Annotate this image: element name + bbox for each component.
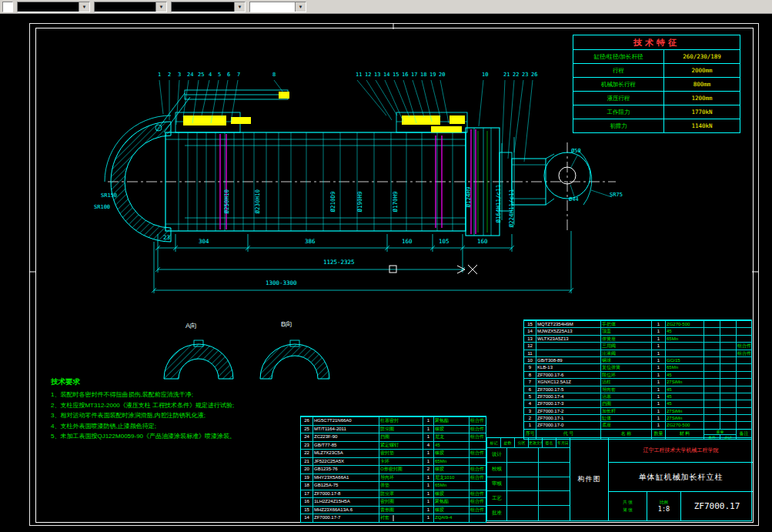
view-label: B向 [281, 321, 292, 328]
parts-list-row: 9 KLB-13 复位弹簧 1 65Mn [524, 363, 751, 370]
parts-list-left: 26 HG5C7T21N66A0 柱塞密封 1 聚氨酯 组合件 25 MT/T1… [300, 416, 486, 523]
radius-label: Ø44 [569, 197, 579, 202]
diameter-label: Ø224H11/c11 [509, 189, 515, 228]
requirements-lines: 1、装配时各密封件不得扭曲损伤,装配前应清洗干净;2、支柱应按MT312-200… [51, 390, 236, 442]
tech-table-row: 初撑力 1140kN [573, 119, 740, 132]
drawing-number: ZF7000.17 [681, 492, 753, 520]
signature-cell [507, 506, 539, 520]
view-B-section [260, 340, 329, 379]
role-label: 设计 [487, 448, 507, 462]
parts-list-row: 15 MQTZT2354H9M 手把体 1 ZG270-500 [524, 320, 751, 327]
chevron-down-icon[interactable]: ▼ [295, 2, 306, 12]
tech-table-title: 技术特征 [573, 35, 740, 50]
parts-list-row: 14 MJWZX5Z25A13 顶盖 1 45 [524, 327, 751, 334]
role-label: 审核 [487, 477, 507, 491]
color-swatch[interactable] [2, 2, 13, 12]
tech-table-row: 机械加长行程 800mm [573, 78, 740, 92]
date-cell [539, 448, 570, 462]
diameter-label: Ø124H9 [466, 186, 472, 207]
part-callout-number: 10 [482, 72, 488, 78]
requirement-line: 2、支柱应按MT312-2000《液压支柱 工程技术条件》规定进行试验; [51, 400, 236, 411]
cylinder-base [105, 115, 171, 242]
tech-row-value: 1770kN [664, 105, 740, 119]
dimension-label: 160 [402, 239, 413, 245]
tech-row-label: 缸径/柱径/加长杆径 [573, 50, 664, 63]
title-block-revision-area: 标记处数分区更改文件号签名年月日 设计 校核 审核 [487, 438, 570, 520]
tech-row-label: 初撑力 [573, 119, 664, 132]
part-callout-number: 6 [227, 72, 230, 78]
tech-table-row: 行程 2000mm [573, 64, 740, 78]
technical-requirements: 技术要求 1、装配时各密封件不得扭曲损伤,装配前应清洗干净;2、支柱应按MT31… [51, 377, 236, 442]
requirement-line: 3、相对运动零件表面装配时涂润滑脂,内腔注防锈乳化液; [51, 410, 236, 421]
diameter-label: Ø190H9 [357, 191, 363, 212]
part-callout-number: 24 [187, 72, 193, 78]
parts-list-row: 5 ZF7000.17-4 活塞 1 45 [524, 393, 751, 400]
sheet-count-cell: 共 张 第 张 [609, 492, 647, 520]
parts-list-row: 18 GB125A-75 弹垫 1 65Mn [301, 481, 486, 490]
chevron-down-icon[interactable]: ▼ [234, 2, 245, 12]
part-callout-number: 25 [198, 72, 204, 78]
layer-dropdown[interactable]: ▼ [17, 2, 90, 12]
part-callout-number: 12 [365, 72, 371, 78]
dimension-label: 386 [305, 239, 316, 245]
date-cell [539, 506, 570, 520]
tech-table-row: 缸径/柱径/加长杆径 260/230/189 [573, 50, 740, 64]
dimension-label: 1125-2325 [323, 259, 355, 266]
radius-label: Ø50 [571, 149, 581, 154]
parts-list-row: 12 三用阀 1 组合件 [524, 342, 751, 349]
part-callout-number: 14 [383, 72, 389, 78]
parts-list-row: 11 注液阀 1 组合件 [524, 350, 751, 356]
linetype-dropdown[interactable]: ▼ [171, 2, 246, 12]
dimension-label: 23 [163, 235, 170, 241]
scale-cell: 比例 1:8 [647, 492, 681, 520]
dimension-label: 304 [199, 239, 209, 245]
radius-label: SR100 [94, 205, 110, 210]
cad-application-window: ▼ ▼ ▼ ▼ [0, 0, 772, 532]
part-callout-number: 5 [218, 72, 221, 78]
tech-row-value: 2000mm [664, 64, 740, 77]
parts-list-row: 25 MT/T1164-2011 防尘圈 1 橡胶 组合件 [301, 425, 486, 433]
organization-name: 辽宁工程技术大学机械工程学院 [609, 438, 753, 463]
signature-row: 校核 [487, 463, 570, 477]
part-callout-number: 18 [420, 72, 426, 78]
signature-row: 设计 [487, 448, 570, 463]
parts-list-row: 6 ZF7000.17-5 导向套 1 45 [524, 386, 751, 393]
parts-list-row: 1 ZF7000.17-0 底座 1 ZG270-500 [524, 421, 751, 428]
parts-list-row: 2 ZF7000.17-1 缸体 1 27SiMn [524, 414, 751, 421]
revision-header-cell: 处数 [501, 438, 515, 447]
parts-list-row: 15 MHZ23X66A13A.6 蕾形圈 1 橡胶 组合件 [301, 506, 486, 514]
signature-row: 批准 [487, 506, 570, 520]
color-dropdown[interactable]: ▼ [94, 2, 167, 12]
signature-cell [507, 477, 539, 491]
parts-list-row: 7 XGNXC12.5A1Z 活柱 1 27SiMn [524, 378, 751, 385]
drawing-title: 单体缸机械加长杆立柱 [609, 463, 753, 492]
tech-row-value: 800mm [664, 78, 740, 91]
part-callout-number: 8 [272, 72, 276, 78]
radius-label: SR150 [101, 193, 117, 199]
tech-row-label: 行程 [573, 64, 664, 77]
part-callout-number: 16 [402, 72, 408, 78]
role-label: 校核 [487, 463, 507, 477]
tech-row-label: 机械加长行程 [573, 78, 664, 91]
parts-list-row: 24 ZC223F-90 挡圈 1 尼龙 组合件 [301, 433, 486, 441]
textstyle-dropdown[interactable]: ▼ [249, 2, 306, 12]
chevron-down-icon[interactable]: ▼ [79, 2, 89, 12]
revision-header-cell: 标记 [487, 438, 501, 447]
signature-row: 工艺 [487, 491, 570, 506]
parts-list-row: 19 MHY23X5A66A1 导向环 1 尼龙1010 组合件 [301, 473, 486, 482]
parts-left-rows: 26 HG5C7T21N66A0 柱塞密封 1 聚氨酯 组合件 25 MT/T1… [301, 417, 486, 522]
view-A-section [164, 340, 233, 379]
doc-type-cell: 构件图 [570, 438, 609, 520]
chevron-down-icon[interactable]: ▼ [155, 2, 166, 12]
tech-row-value: 260/230/189 [664, 50, 740, 63]
title-block-main: 辽宁工程技术大学机械工程学院 单体缸机械加长杆立柱 共 张 第 张 比例 1:8… [609, 438, 753, 520]
parts-right-rows: 15 MQTZT2354H9M 手把体 1 ZG270-500 14 MJWZX… [524, 320, 751, 429]
layer-dropdown-value [18, 2, 79, 12]
requirement-line: 1、装配时各密封件不得扭曲损伤,装配前应清洗干净; [51, 390, 236, 400]
diameter-label: Ø164H11/c11 [496, 185, 502, 223]
parts-list-row: 3 ZF7000.17-2 加长杆 1 27SiMn [524, 407, 751, 414]
requirements-title: 技术要求 [51, 377, 236, 387]
signature-cell [507, 448, 539, 462]
dimension-label: 105 [439, 239, 449, 245]
tech-table-rows: 缸径/柱径/加长杆径 260/230/189 行程 2000mm 机械加长行程 … [573, 50, 740, 132]
